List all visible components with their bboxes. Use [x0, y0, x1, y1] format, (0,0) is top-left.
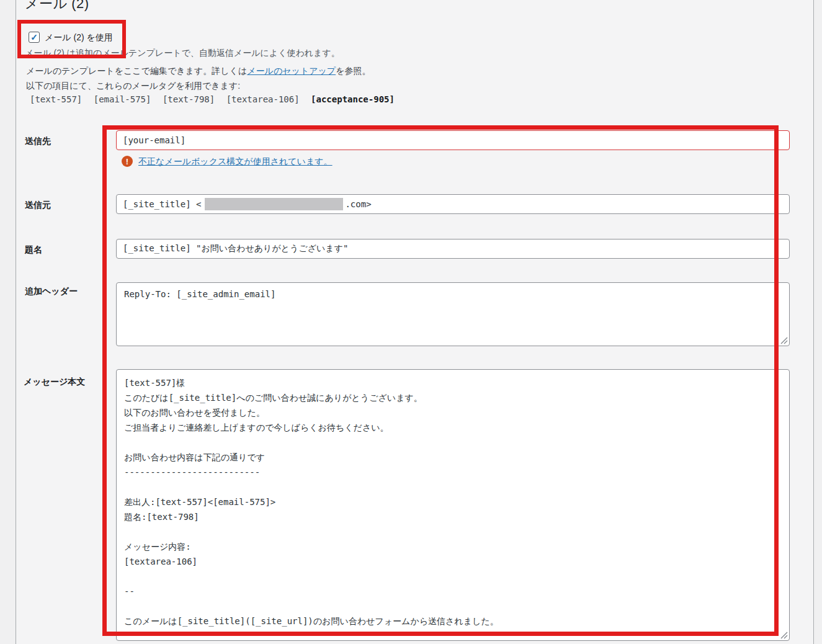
- mailbox-syntax-error-link[interactable]: 不正なメールボックス構文が使用されています。: [138, 156, 333, 168]
- panel-title: メール (2): [25, 0, 89, 13]
- mail-tags-intro: 以下の項目にて、これらのメールタグを利用できます:: [26, 81, 240, 92]
- panel-right-border: [813, 0, 814, 644]
- subject-field-label: 題名: [25, 244, 42, 256]
- mail-tag: [textarea-106]: [226, 94, 300, 104]
- headers-field-textarea[interactable]: Reply-To: [_site_admin_email]: [116, 282, 790, 346]
- mail2-description: メール (2) は追加のメールテンプレートで、自動返信メールによく使われます。: [25, 48, 340, 59]
- from-field-input[interactable]: [_site_title] < .com>: [116, 194, 790, 214]
- mail-tag: [text-557]: [30, 94, 82, 104]
- use-mail2-checkbox[interactable]: ✓: [29, 32, 40, 43]
- warning-icon: !: [122, 156, 133, 167]
- resize-handle-icon[interactable]: [780, 337, 788, 344]
- body-field-textarea[interactable]: [text-557]様 このたびは[_site_title]へのご問い合わせ誠に…: [116, 369, 790, 641]
- mail-tag-unused: [acceptance-905]: [311, 94, 395, 104]
- subject-field-input[interactable]: [116, 239, 790, 259]
- from-field-label: 送信元: [25, 200, 51, 211]
- headers-field-label: 追加ヘッダー: [25, 286, 78, 297]
- use-mail2-checkbox-label[interactable]: メール (2) を使用: [45, 32, 113, 43]
- to-field-input[interactable]: [116, 130, 790, 150]
- mail-tags-list: [text-557] [email-575] [text-798] [texta…: [30, 94, 401, 104]
- mail-tag: [text-798]: [163, 94, 215, 104]
- panel-left-border: [16, 0, 16, 644]
- body-field-label: メッセージ本文: [24, 377, 85, 388]
- redacted-email-block: [205, 198, 343, 210]
- checkmark-icon: ✓: [30, 33, 38, 42]
- mail-tag: [email-575]: [94, 94, 151, 104]
- resize-handle-icon[interactable]: [780, 632, 788, 639]
- to-field-label: 送信先: [25, 136, 51, 147]
- template-help-text: メールのテンプレートをここで編集できます。詳しくはメールのセットアップを参照。: [26, 66, 371, 77]
- mail-setup-link[interactable]: メールのセットアップ: [247, 66, 336, 76]
